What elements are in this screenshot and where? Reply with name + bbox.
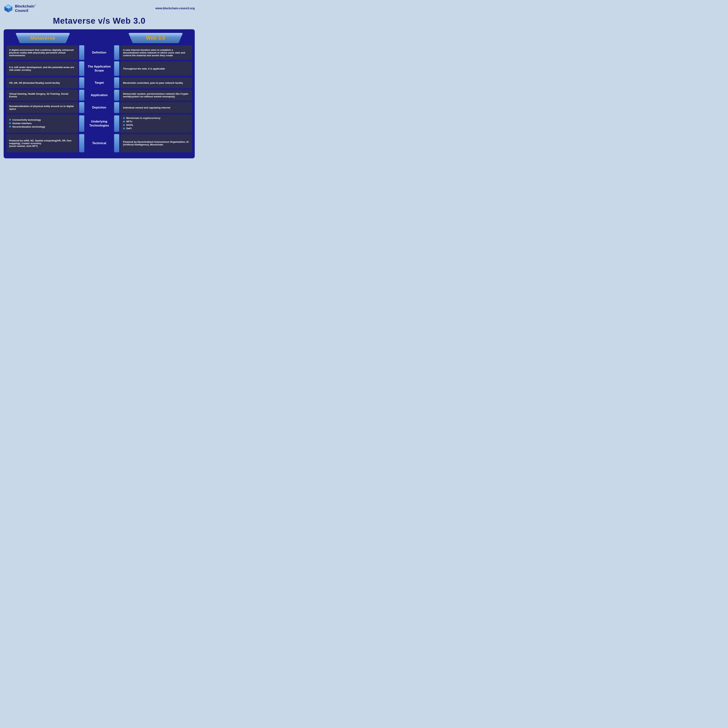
category-depiction: Depiction — [85, 106, 113, 110]
tech-right-list: Blockchain & cryptocurrency NFTs DAOs De… — [123, 117, 161, 130]
cell-tech-left: Connectivity technology Human interface … — [6, 115, 78, 133]
metaverse-title: Metaverse — [31, 35, 55, 41]
cell-technical-left: Powered by wifi6, 6G, Spatial computing(… — [6, 134, 78, 152]
cell-target-left: VR, AR, XR (Extended Reality) world faci… — [6, 77, 78, 88]
row-technologies: Connectivity technology Human interface … — [6, 115, 192, 133]
cell-definition-center: Definition — [79, 45, 119, 60]
arrow-left-icon — [79, 45, 84, 60]
cell-scope-right: Throughout the web, it is applicable — [120, 61, 192, 76]
arrow-left-icon — [79, 115, 84, 132]
category-technologies: Underlying Technologies — [85, 119, 113, 128]
page-title: Metaverse v/s Web 3.0 — [4, 16, 195, 26]
arrow-right-icon — [114, 102, 119, 113]
arrow-left-icon — [79, 61, 84, 76]
category-application: Application — [85, 93, 113, 97]
col-right-header: Web 3.0 — [119, 33, 192, 43]
cell-depiction-center: Depiction — [79, 102, 119, 113]
category-scope: The Application Scope — [85, 64, 113, 73]
brand-name: Blockchain™ — [15, 4, 36, 8]
cell-target-center: Target — [79, 77, 119, 88]
list-item: DeFi — [123, 127, 161, 130]
tech-left-list: Connectivity technology Human interface … — [9, 118, 45, 129]
list-item: Connectivity technology — [9, 118, 45, 121]
brand-name-2: Council — [15, 8, 36, 13]
category-target: Target — [85, 81, 113, 85]
column-headers: Metaverse Web 3.0 — [6, 33, 192, 43]
col-center-header — [79, 33, 119, 43]
cell-tech-center: Underlying Technologies — [79, 115, 119, 133]
arrow-left-icon — [79, 134, 84, 152]
cell-application-center: Application — [79, 90, 119, 101]
cell-technical-right: Powered by Decentralized Autonomous Orga… — [120, 134, 192, 152]
arrow-right-icon — [114, 77, 119, 88]
metaverse-header-box: Metaverse — [15, 33, 70, 43]
web3-title: Web 3.0 — [146, 35, 165, 41]
logo-area: Blockchain™ Council — [4, 4, 36, 13]
header: Blockchain™ Council www.blockchain-counc… — [4, 4, 195, 13]
arrow-right-icon — [114, 45, 119, 60]
arrow-left-icon — [79, 77, 84, 88]
blockchain-logo-icon — [4, 4, 13, 13]
cell-technical-center: Technical — [79, 134, 119, 152]
list-item: NFTs — [123, 120, 161, 123]
list-item: Blockchain & cryptocurrency — [123, 117, 161, 119]
arrow-right-icon — [114, 90, 119, 101]
list-item: Decentralization technology — [9, 125, 45, 128]
comparison-container: Metaverse Web 3.0 A digital environment … — [4, 29, 195, 158]
arrow-right-icon — [114, 61, 119, 76]
arrow-right-icon — [114, 115, 119, 132]
row-application: Virtual Gaming, Health Surgery, 3d Train… — [6, 90, 192, 101]
list-item: DAOs — [123, 124, 161, 126]
web3-header-box: Web 3.0 — [128, 33, 183, 43]
category-technical: Technical — [85, 141, 113, 145]
row-definition: A digital environment that combines digi… — [6, 45, 192, 60]
arrow-left-icon — [79, 102, 84, 113]
cell-definition-left: A digital environment that combines digi… — [6, 45, 78, 60]
cell-depiction-left: Dematerialization of physical entity aro… — [6, 102, 78, 113]
col-left-header: Metaverse — [6, 33, 79, 43]
page-wrapper: Blockchain™ Council www.blockchain-counc… — [0, 0, 198, 164]
cell-application-right: Democratic system, permissionless networ… — [120, 90, 192, 101]
cell-scope-center: The Application Scope — [79, 61, 119, 76]
cell-depiction-right: Individual owned and regulating internet — [120, 102, 192, 113]
website-url: www.blockchain-council.org — [155, 7, 195, 10]
cell-target-right: Blockchain controlled, peer-to-peer netw… — [120, 77, 192, 88]
row-depiction: Dematerialization of physical entity aro… — [6, 102, 192, 113]
arrow-right-icon — [114, 134, 119, 152]
category-definition: Definition — [85, 50, 113, 55]
cell-scope-left: It is still under development, and the p… — [6, 61, 78, 76]
logo-text: Blockchain™ Council — [15, 4, 36, 13]
cell-tech-right: Blockchain & cryptocurrency NFTs DAOs De… — [120, 115, 192, 133]
row-application-scope: It is still under development, and the p… — [6, 61, 192, 76]
row-technical: Powered by wifi6, 6G, Spatial computing(… — [6, 134, 192, 152]
list-item: Human interface — [9, 122, 45, 125]
arrow-left-icon — [79, 90, 84, 101]
cell-definition-right: A new internet iteration aims to establi… — [120, 45, 192, 60]
cell-application-left: Virtual Gaming, Health Surgery, 3d Train… — [6, 90, 78, 101]
row-target: VR, AR, XR (Extended Reality) world faci… — [6, 77, 192, 88]
